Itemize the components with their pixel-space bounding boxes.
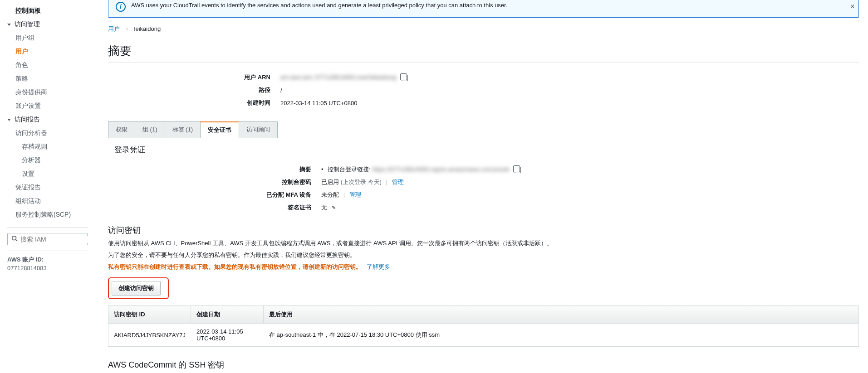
tab-security[interactable]: 安全证书 xyxy=(200,121,239,138)
pencil-icon[interactable]: ✎ xyxy=(332,205,336,211)
info-banner: i AWS uses your CloudTrail events to ide… xyxy=(108,0,859,18)
main-content: i AWS uses your CloudTrail events to ide… xyxy=(95,0,868,373)
sidebar-access-reports-label: 访问报告 xyxy=(15,116,40,124)
tab-tags[interactable]: 标签 (1) xyxy=(165,121,201,138)
info-banner-text: AWS uses your CloudTrail events to ident… xyxy=(131,2,507,9)
manage-mfa-link[interactable]: 管理 xyxy=(349,191,361,198)
access-key-warning: 私有密钥只能在创建时进行查看或下载。如果您的现有私有密钥放错位置，请创建新的访问… xyxy=(108,263,859,271)
breadcrumb-current: leikaidong xyxy=(134,25,161,32)
svg-point-0 xyxy=(12,236,16,240)
create-key-highlight: 创建访问密钥 xyxy=(108,277,169,299)
breadcrumb-sep: › xyxy=(126,25,128,32)
caret-down-icon xyxy=(7,24,11,26)
sidebar-item-policies[interactable]: 策略 xyxy=(7,72,88,86)
tab-permissions[interactable]: 权限 xyxy=(108,121,135,138)
sidebar-item-user-groups[interactable]: 用户组 xyxy=(7,31,88,45)
cert-label: 签名证书 xyxy=(108,203,321,212)
path-value: / xyxy=(280,87,859,94)
console-pwd-label: 控制台密码 xyxy=(108,178,321,186)
sidebar-item-account-settings[interactable]: 账户设置 xyxy=(7,99,88,113)
col-created[interactable]: 创建日期 xyxy=(191,306,264,324)
arn-label: 用户 ARN xyxy=(108,73,280,82)
sidebar-item-org-activity[interactable]: 组织活动 xyxy=(7,194,88,208)
cell-key-id: AKIARD5J4JYBSKNZAY7J xyxy=(108,324,191,347)
signin-summary-value: • 控制台登录链接: https://077128814083.signin.a… xyxy=(321,165,859,174)
copy-icon[interactable] xyxy=(402,75,408,81)
sidebar-access-mgmt-label: 访问管理 xyxy=(15,20,40,29)
search-box[interactable] xyxy=(7,233,88,245)
sidebar-group-access-mgmt[interactable]: 访问管理 xyxy=(7,18,88,31)
sidebar-item-cred-report[interactable]: 凭证报告 xyxy=(7,181,88,194)
sidebar-item-users[interactable]: 用户 xyxy=(7,45,88,58)
mfa-value: 未分配 | 管理 xyxy=(321,191,859,199)
tab-bar: 权限 组 (1) 标签 (1) 安全证书 访问顾问 xyxy=(108,121,859,138)
sidebar-item-settings[interactable]: 设置 xyxy=(7,167,88,181)
sidebar-item-scp[interactable]: 服务控制策略(SCP) xyxy=(7,208,88,222)
sidebar-item-analyzers[interactable]: 分析器 xyxy=(7,154,88,167)
cert-value: 无 ✎ xyxy=(321,203,859,212)
access-key-section: 访问密钥 使用访问密钥从 AWS CLI、PowerShell 工具、AWS 开… xyxy=(108,225,859,347)
col-last-used[interactable]: 最后使用 xyxy=(264,306,859,324)
sidebar-item-id-providers[interactable]: 身份提供商 xyxy=(7,86,88,99)
cell-created: 2022-03-14 11:05 UTC+0800 xyxy=(191,324,264,347)
sidebar: 控制面板 访问管理 用户组 用户 角色 策略 身份提供商 账户设置 访问报告 访… xyxy=(0,0,95,373)
create-access-key-button[interactable]: 创建访问密钥 xyxy=(112,281,161,295)
created-value: 2022-03-14 11:05 UTC+0800 xyxy=(280,100,859,107)
signin-section: 登录凭证 xyxy=(108,138,859,155)
sidebar-dashboard[interactable]: 控制面板 xyxy=(7,4,88,18)
sidebar-group-access-reports[interactable]: 访问报告 xyxy=(7,113,88,126)
ssh-title: AWS CodeCommit 的 SSH 密钥 xyxy=(108,359,859,370)
search-input[interactable] xyxy=(20,236,100,243)
created-label: 创建时间 xyxy=(108,99,280,107)
access-key-desc: 使用访问密钥从 AWS CLI、PowerShell 工具、AWS 开发工具包以… xyxy=(108,239,859,247)
manage-password-link[interactable]: 管理 xyxy=(392,179,404,185)
console-pwd-value: 已启用 (上次登录 今天) | 管理 xyxy=(321,178,859,186)
tab-advisor[interactable]: 访问顾问 xyxy=(239,121,278,138)
info-icon: i xyxy=(116,2,126,12)
sidebar-item-archive-rules[interactable]: 存档规则 xyxy=(7,140,88,154)
tab-groups[interactable]: 组 (1) xyxy=(135,121,165,138)
breadcrumb: 用户 › leikaidong xyxy=(108,25,859,33)
mfa-label: 已分配 MFA 设备 xyxy=(108,191,321,199)
access-keys-table: 访问密钥 ID 创建日期 最后使用 AKIARD5J4JYBSKNZAY7J 2… xyxy=(108,305,859,347)
account-id-label: AWS 账户 ID: xyxy=(7,256,88,264)
learn-more-link[interactable]: 了解更多 xyxy=(367,263,390,270)
signin-title: 登录凭证 xyxy=(114,145,859,155)
sidebar-item-roles[interactable]: 角色 xyxy=(7,58,88,72)
breadcrumb-users[interactable]: 用户 xyxy=(108,25,120,32)
search-icon xyxy=(11,235,18,243)
col-key-id[interactable]: 访问密钥 ID xyxy=(108,306,191,324)
account-id-value: 077128814083 xyxy=(7,265,88,271)
path-label: 路径 xyxy=(108,86,280,94)
table-row: AKIARD5J4JYBSKNZAY7J 2022-03-14 11:05 UT… xyxy=(108,324,859,347)
arn-value: arn:aws:iam::077128814083:user/leikaidon… xyxy=(280,74,859,81)
sidebar-item-access-analyzer[interactable]: 访问分析器 xyxy=(7,126,88,140)
page-title: 摘要 xyxy=(108,43,859,59)
access-key-safety: 为了您的安全，请不要与任何人分享您的私有密钥。作为最佳实践，我们建议您经常更换密… xyxy=(108,251,859,259)
copy-icon[interactable] xyxy=(515,167,521,173)
ssh-section: AWS CodeCommit 的 SSH 密钥 使用 SSH 公有密钥对 AWS… xyxy=(108,359,859,373)
close-icon[interactable]: × xyxy=(850,2,855,11)
signin-summary-label: 摘要 xyxy=(108,165,321,174)
caret-down-icon xyxy=(7,119,11,121)
svg-line-1 xyxy=(16,240,18,242)
access-key-title: 访问密钥 xyxy=(108,225,859,236)
cell-last-used: 在 ap-southeast-1 中，在 2022-07-15 18:30 UT… xyxy=(264,324,859,347)
